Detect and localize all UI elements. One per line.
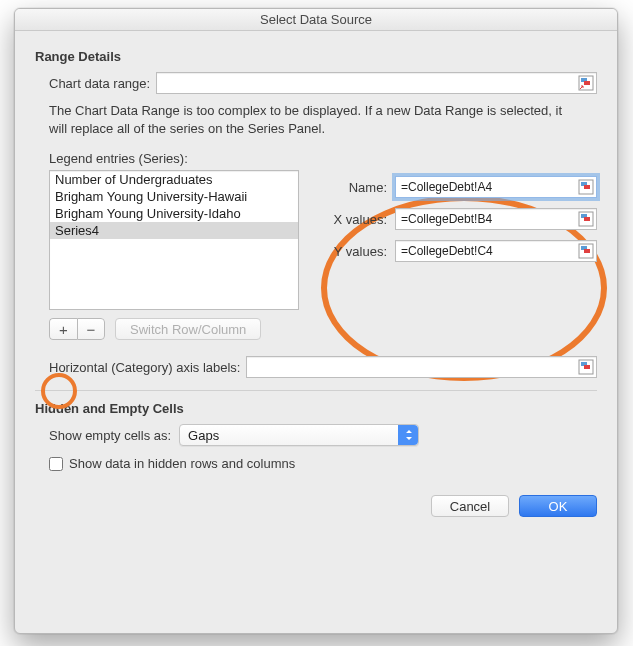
series-column: Number of UndergraduatesBrigham Young Un… [49, 170, 299, 340]
list-item[interactable]: Number of Undergraduates [50, 171, 298, 188]
ok-button[interactable]: OK [519, 495, 597, 517]
collapse-dialog-icon[interactable] [578, 359, 594, 375]
hidden-rows-checkbox-row: Show data in hidden rows and columns [49, 456, 597, 471]
list-item[interactable]: Series4 [50, 222, 298, 239]
y-values-row: Y values: [317, 240, 597, 262]
series-fields: Name: X values: [317, 170, 597, 272]
name-row: Name: [317, 176, 597, 198]
collapse-dialog-icon[interactable] [578, 179, 594, 195]
cancel-button[interactable]: Cancel [431, 495, 509, 517]
chevron-up-down-icon [398, 425, 418, 445]
list-item[interactable]: Brigham Young University-Idaho [50, 205, 298, 222]
show-hidden-data-checkbox[interactable] [49, 457, 63, 471]
legend-block: Number of UndergraduatesBrigham Young Un… [49, 170, 597, 340]
y-values-label: Y values: [317, 244, 387, 259]
dialog-footer: Cancel OK [35, 495, 597, 517]
chart-range-note: The Chart Data Range is too complex to b… [49, 102, 569, 137]
hidden-empty-heading: Hidden and Empty Cells [35, 401, 597, 416]
chart-data-range-label: Chart data range: [49, 76, 150, 91]
empty-cells-row: Show empty cells as: Gaps [49, 424, 597, 446]
axis-labels-input[interactable] [246, 356, 597, 378]
series-listbox[interactable]: Number of UndergraduatesBrigham Young Un… [49, 170, 299, 310]
axis-labels-row: Horizontal (Category) axis labels: [49, 356, 597, 378]
show-hidden-data-label: Show data in hidden rows and columns [69, 456, 295, 471]
empty-cells-value: Gaps [188, 428, 219, 443]
range-details-heading: Range Details [35, 49, 597, 64]
series-name-input[interactable] [395, 176, 597, 198]
name-label: Name: [317, 180, 387, 195]
svg-rect-2 [584, 81, 590, 85]
x-values-input[interactable] [395, 208, 597, 230]
chart-data-range-input[interactable] [156, 72, 597, 94]
collapse-dialog-icon[interactable] [578, 243, 594, 259]
add-series-button[interactable]: + [49, 318, 77, 340]
axis-labels-label: Horizontal (Category) axis labels: [49, 360, 240, 375]
chart-data-range-row: Chart data range: [49, 72, 597, 94]
list-item[interactable]: Brigham Young University-Hawaii [50, 188, 298, 205]
switch-row-column-button: Switch Row/Column [115, 318, 261, 340]
series-buttons: + − Switch Row/Column [49, 318, 299, 340]
svg-rect-5 [584, 185, 590, 189]
collapse-dialog-icon[interactable] [578, 75, 594, 91]
legend-entries-label: Legend entries (Series): [49, 151, 597, 166]
x-values-row: X values: [317, 208, 597, 230]
dialog-content: Range Details Chart data range: The Char… [15, 31, 617, 531]
dialog-window: Select Data Source Range Details Chart d… [14, 8, 618, 634]
svg-rect-8 [584, 217, 590, 221]
add-remove-segment: + − [49, 318, 105, 340]
x-values-label: X values: [317, 212, 387, 227]
title-bar: Select Data Source [15, 9, 617, 31]
svg-rect-11 [584, 249, 590, 253]
y-values-input[interactable] [395, 240, 597, 262]
collapse-dialog-icon[interactable] [578, 211, 594, 227]
empty-cells-label: Show empty cells as: [49, 428, 171, 443]
empty-cells-select[interactable]: Gaps [179, 424, 419, 446]
divider [35, 390, 597, 391]
remove-series-button[interactable]: − [77, 318, 105, 340]
svg-rect-14 [584, 365, 590, 369]
